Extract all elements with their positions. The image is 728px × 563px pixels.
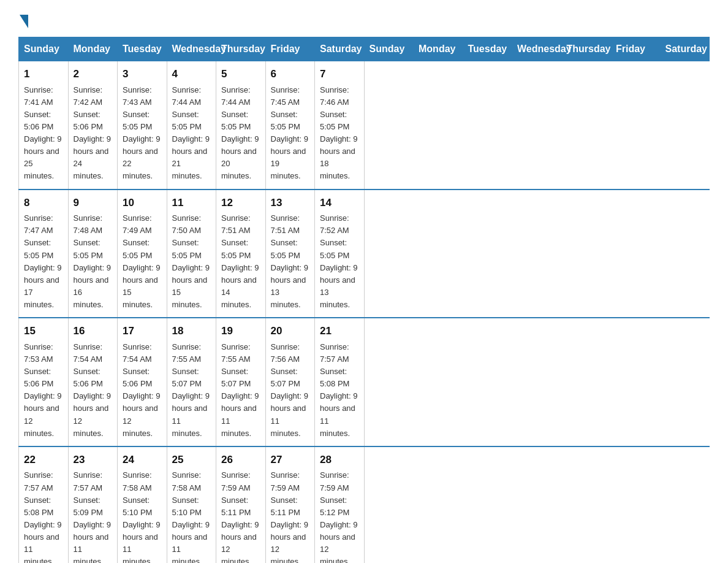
calendar-header-row: SundayMondayTuesdayWednesdayThursdayFrid… — [19, 37, 710, 61]
calendar-cell: 14 Sunrise: 7:52 AMSunset: 5:05 PMDaylig… — [315, 190, 365, 318]
day-number: 23 — [74, 452, 113, 468]
day-number: 10 — [123, 195, 162, 211]
column-header-saturday: Saturday — [660, 37, 710, 61]
day-info: Sunrise: 7:48 AMSunset: 5:05 PMDaylight:… — [74, 212, 113, 311]
day-number: 19 — [221, 323, 260, 339]
calendar-week-row: 1 Sunrise: 7:41 AMSunset: 5:06 PMDayligh… — [19, 61, 710, 190]
column-header-wednesday: Wednesday — [167, 37, 216, 61]
calendar-cell: 4 Sunrise: 7:44 AMSunset: 5:05 PMDayligh… — [167, 61, 216, 190]
day-info: Sunrise: 7:53 AMSunset: 5:06 PMDaylight:… — [24, 341, 63, 440]
day-info: Sunrise: 7:59 AMSunset: 5:12 PMDaylight:… — [320, 469, 359, 563]
day-number: 21 — [320, 323, 359, 339]
calendar-cell: 26 Sunrise: 7:59 AMSunset: 5:11 PMDaylig… — [216, 446, 266, 563]
day-info: Sunrise: 7:54 AMSunset: 5:06 PMDaylight:… — [74, 341, 113, 440]
day-info: Sunrise: 7:59 AMSunset: 5:11 PMDaylight:… — [271, 469, 310, 563]
day-info: Sunrise: 7:47 AMSunset: 5:05 PMDaylight:… — [24, 212, 63, 311]
day-info: Sunrise: 7:56 AMSunset: 5:07 PMDaylight:… — [271, 341, 310, 440]
calendar-cell: 6 Sunrise: 7:45 AMSunset: 5:05 PMDayligh… — [265, 61, 315, 190]
day-number: 22 — [24, 452, 63, 468]
calendar-cell: 16 Sunrise: 7:54 AMSunset: 5:06 PMDaylig… — [68, 318, 118, 446]
logo-arrow-icon — [20, 15, 28, 28]
day-number: 18 — [172, 323, 211, 339]
calendar-cell: 2 Sunrise: 7:42 AMSunset: 5:06 PMDayligh… — [68, 61, 118, 190]
day-number: 26 — [221, 452, 260, 468]
calendar-cell: 13 Sunrise: 7:51 AMSunset: 5:05 PMDaylig… — [265, 190, 315, 318]
column-header-sunday: Sunday — [364, 37, 414, 61]
day-info: Sunrise: 7:44 AMSunset: 5:05 PMDaylight:… — [172, 84, 211, 183]
column-header-wednesday: Wednesday — [512, 37, 562, 61]
day-info: Sunrise: 7:57 AMSunset: 5:09 PMDaylight:… — [74, 469, 113, 563]
day-number: 14 — [320, 195, 359, 211]
column-header-monday: Monday — [414, 37, 463, 61]
day-number: 12 — [221, 195, 260, 211]
day-info: Sunrise: 7:59 AMSunset: 5:11 PMDaylight:… — [221, 469, 260, 563]
day-info: Sunrise: 7:49 AMSunset: 5:05 PMDaylight:… — [123, 212, 162, 311]
day-info: Sunrise: 7:54 AMSunset: 5:06 PMDaylight:… — [123, 341, 162, 440]
day-info: Sunrise: 7:58 AMSunset: 5:10 PMDaylight:… — [172, 469, 211, 563]
day-number: 25 — [172, 452, 211, 468]
calendar-cell: 15 Sunrise: 7:53 AMSunset: 5:06 PMDaylig… — [19, 318, 69, 446]
calendar-cell: 25 Sunrise: 7:58 AMSunset: 5:10 PMDaylig… — [167, 446, 216, 563]
day-number: 15 — [24, 323, 63, 339]
column-header-thursday: Thursday — [561, 37, 611, 61]
calendar-week-row: 22 Sunrise: 7:57 AMSunset: 5:08 PMDaylig… — [19, 446, 710, 563]
calendar-table: SundayMondayTuesdayWednesdayThursdayFrid… — [18, 37, 710, 563]
day-info: Sunrise: 7:57 AMSunset: 5:08 PMDaylight:… — [24, 469, 63, 563]
column-header-thursday: Thursday — [216, 37, 266, 61]
calendar-cell: 3 Sunrise: 7:43 AMSunset: 5:05 PMDayligh… — [118, 61, 167, 190]
calendar-cell: 19 Sunrise: 7:55 AMSunset: 5:07 PMDaylig… — [216, 318, 266, 446]
calendar-cell: 18 Sunrise: 7:55 AMSunset: 5:07 PMDaylig… — [167, 318, 216, 446]
page-header — [18, 12, 710, 26]
calendar-cell: 22 Sunrise: 7:57 AMSunset: 5:08 PMDaylig… — [19, 446, 69, 563]
day-number: 16 — [74, 323, 113, 339]
day-number: 3 — [123, 66, 162, 82]
column-header-saturday: Saturday — [315, 37, 365, 61]
calendar-cell: 12 Sunrise: 7:51 AMSunset: 5:05 PMDaylig… — [216, 190, 266, 318]
day-number: 5 — [221, 66, 260, 82]
calendar-cell: 11 Sunrise: 7:50 AMSunset: 5:05 PMDaylig… — [167, 190, 216, 318]
calendar-cell: 5 Sunrise: 7:44 AMSunset: 5:05 PMDayligh… — [216, 61, 266, 190]
day-info: Sunrise: 7:43 AMSunset: 5:05 PMDaylight:… — [123, 84, 162, 183]
calendar-cell: 9 Sunrise: 7:48 AMSunset: 5:05 PMDayligh… — [68, 190, 118, 318]
day-number: 9 — [74, 195, 113, 211]
day-info: Sunrise: 7:50 AMSunset: 5:05 PMDaylight:… — [172, 212, 211, 311]
day-info: Sunrise: 7:45 AMSunset: 5:05 PMDaylight:… — [271, 84, 310, 183]
day-info: Sunrise: 7:41 AMSunset: 5:06 PMDaylight:… — [24, 84, 63, 183]
day-info: Sunrise: 7:44 AMSunset: 5:05 PMDaylight:… — [221, 84, 260, 183]
calendar-cell: 10 Sunrise: 7:49 AMSunset: 5:05 PMDaylig… — [118, 190, 167, 318]
calendar-week-row: 15 Sunrise: 7:53 AMSunset: 5:06 PMDaylig… — [19, 318, 710, 446]
day-number: 6 — [271, 66, 310, 82]
calendar-cell: 8 Sunrise: 7:47 AMSunset: 5:05 PMDayligh… — [19, 190, 69, 318]
day-number: 11 — [172, 195, 211, 211]
day-number: 24 — [123, 452, 162, 468]
calendar-cell: 1 Sunrise: 7:41 AMSunset: 5:06 PMDayligh… — [19, 61, 69, 190]
calendar-cell: 28 Sunrise: 7:59 AMSunset: 5:12 PMDaylig… — [315, 446, 365, 563]
column-header-monday: Monday — [68, 37, 118, 61]
day-info: Sunrise: 7:51 AMSunset: 5:05 PMDaylight:… — [271, 212, 310, 311]
calendar-cell: 21 Sunrise: 7:57 AMSunset: 5:08 PMDaylig… — [315, 318, 365, 446]
calendar-cell: 17 Sunrise: 7:54 AMSunset: 5:06 PMDaylig… — [118, 318, 167, 446]
day-number: 8 — [24, 195, 63, 211]
column-header-friday: Friday — [611, 37, 661, 61]
calendar-cell: 24 Sunrise: 7:58 AMSunset: 5:10 PMDaylig… — [118, 446, 167, 563]
column-header-tuesday: Tuesday — [118, 37, 167, 61]
logo — [18, 12, 28, 26]
column-header-sunday: Sunday — [19, 37, 69, 61]
column-header-tuesday: Tuesday — [463, 37, 512, 61]
day-info: Sunrise: 7:55 AMSunset: 5:07 PMDaylight:… — [172, 341, 211, 440]
day-number: 20 — [271, 323, 310, 339]
day-info: Sunrise: 7:46 AMSunset: 5:05 PMDaylight:… — [320, 84, 359, 183]
calendar-cell: 23 Sunrise: 7:57 AMSunset: 5:09 PMDaylig… — [68, 446, 118, 563]
day-info: Sunrise: 7:42 AMSunset: 5:06 PMDaylight:… — [74, 84, 113, 183]
day-number: 28 — [320, 452, 359, 468]
calendar-cell: 27 Sunrise: 7:59 AMSunset: 5:11 PMDaylig… — [265, 446, 315, 563]
day-number: 4 — [172, 66, 211, 82]
day-number: 7 — [320, 66, 359, 82]
calendar-week-row: 8 Sunrise: 7:47 AMSunset: 5:05 PMDayligh… — [19, 190, 710, 318]
day-info: Sunrise: 7:57 AMSunset: 5:08 PMDaylight:… — [320, 341, 359, 440]
day-number: 2 — [74, 66, 113, 82]
calendar-cell: 20 Sunrise: 7:56 AMSunset: 5:07 PMDaylig… — [265, 318, 315, 446]
day-info: Sunrise: 7:58 AMSunset: 5:10 PMDaylight:… — [123, 469, 162, 563]
day-number: 1 — [24, 66, 63, 82]
calendar-cell: 7 Sunrise: 7:46 AMSunset: 5:05 PMDayligh… — [315, 61, 365, 190]
